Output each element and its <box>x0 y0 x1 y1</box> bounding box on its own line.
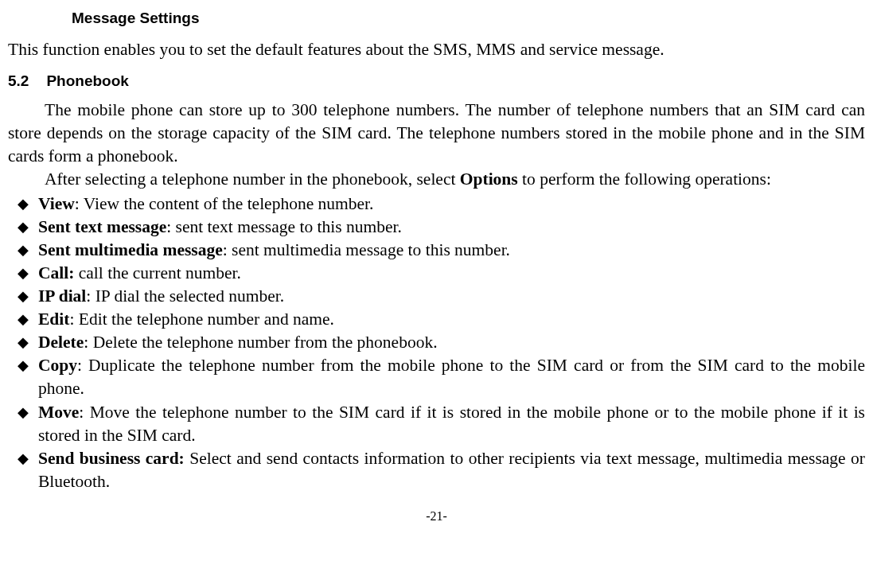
list-item: ◆Sent multimedia message: sent multimedi… <box>8 239 865 262</box>
paragraph-1: The mobile phone can store up to 300 tel… <box>8 99 865 168</box>
para2-post: to perform the following operations: <box>518 169 771 189</box>
list-item-label: Copy <box>38 356 77 375</box>
list-item: ◆Send business card: Select and send con… <box>8 447 865 493</box>
list-item-desc: Delete the telephone number from the pho… <box>93 333 438 352</box>
list-item: ◆Sent text message: sent text message to… <box>8 216 865 239</box>
list-item-desc: Duplicate the telephone number from the … <box>38 356 865 398</box>
list-item-label: Sent multimedia message <box>38 240 223 259</box>
list-item-text: Call: call the current number. <box>38 262 865 285</box>
list-item-label: Edit <box>38 310 69 329</box>
diamond-bullet-icon: ◆ <box>8 401 38 424</box>
list-item-desc: Move the telephone number to the SIM car… <box>38 403 865 445</box>
list-item-desc: IP dial the selected number. <box>95 286 284 306</box>
heading-section: 5.2Phonebook <box>8 71 865 92</box>
list-item-text: Delete: Delete the telephone number from… <box>38 331 865 354</box>
list-item-sep: : <box>75 194 84 213</box>
list-item-sep: : <box>79 403 89 422</box>
diamond-bullet-icon: ◆ <box>8 216 38 239</box>
list-item-label: Delete <box>38 333 84 352</box>
para2-pre: After selecting a telephone number in th… <box>45 169 460 189</box>
list-item: ◆Call: call the current number. <box>8 262 865 285</box>
list-item: ◆IP dial: IP dial the selected number. <box>8 285 865 308</box>
paragraph-2: After selecting a telephone number in th… <box>8 168 865 191</box>
intro-paragraph: This function enables you to set the def… <box>8 38 865 61</box>
diamond-bullet-icon: ◆ <box>8 239 38 262</box>
list-item: ◆Move: Move the telephone number to the … <box>8 401 865 447</box>
list-item-desc: View the content of the telephone number… <box>84 194 374 213</box>
list-item-text: Sent multimedia message: sent multimedia… <box>38 239 865 262</box>
list-item-text: Sent text message: sent text message to … <box>38 216 865 239</box>
list-item: ◆Delete: Delete the telephone number fro… <box>8 331 865 354</box>
heading-message-settings: Message Settings <box>72 8 865 29</box>
list-item-desc: Edit the telephone number and name. <box>79 310 334 329</box>
list-item-sep: : <box>84 333 92 352</box>
list-item-sep: : <box>86 286 95 306</box>
diamond-bullet-icon: ◆ <box>8 354 38 377</box>
diamond-bullet-icon: ◆ <box>8 447 38 470</box>
list-item-desc: sent multimedia message to this number. <box>232 240 510 259</box>
diamond-bullet-icon: ◆ <box>8 262 38 285</box>
section-number: 5.2 <box>8 71 29 92</box>
list-item-sep: : <box>223 240 232 259</box>
list-item-label: Move <box>38 403 79 422</box>
list-item-sep: : <box>69 310 78 329</box>
list-item-text: IP dial: IP dial the selected number. <box>38 285 865 308</box>
list-item-text: Edit: Edit the telephone number and name… <box>38 308 865 331</box>
list-item-label: Send business card: <box>38 449 185 468</box>
list-item-text: Send business card: Select and send cont… <box>38 447 865 493</box>
list-item: ◆View: View the content of the telephone… <box>8 193 865 216</box>
list-item: ◆Copy: Duplicate the telephone number fr… <box>8 354 865 400</box>
list-item-text: View: View the content of the telephone … <box>38 193 865 216</box>
list-item-label: Call: <box>38 263 74 282</box>
diamond-bullet-icon: ◆ <box>8 285 38 308</box>
para2-bold-options: Options <box>460 169 518 189</box>
list-item-sep: : <box>77 356 88 375</box>
page-number: -21- <box>8 508 865 525</box>
list-item-desc: sent text message to this number. <box>176 217 402 236</box>
list-item-text: Move: Move the telephone number to the S… <box>38 401 865 447</box>
list-item-label: Sent text message <box>38 217 166 236</box>
list-item-label: View <box>38 194 75 213</box>
diamond-bullet-icon: ◆ <box>8 331 38 354</box>
section-title: Phonebook <box>46 72 128 89</box>
list-item-sep: : <box>166 217 175 236</box>
list-item-desc: call the current number. <box>79 263 241 282</box>
diamond-bullet-icon: ◆ <box>8 308 38 331</box>
options-list: ◆View: View the content of the telephone… <box>8 193 865 493</box>
list-item-text: Copy: Duplicate the telephone number fro… <box>38 354 865 400</box>
list-item-label: IP dial <box>38 286 86 306</box>
list-item: ◆Edit: Edit the telephone number and nam… <box>8 308 865 331</box>
diamond-bullet-icon: ◆ <box>8 193 38 216</box>
